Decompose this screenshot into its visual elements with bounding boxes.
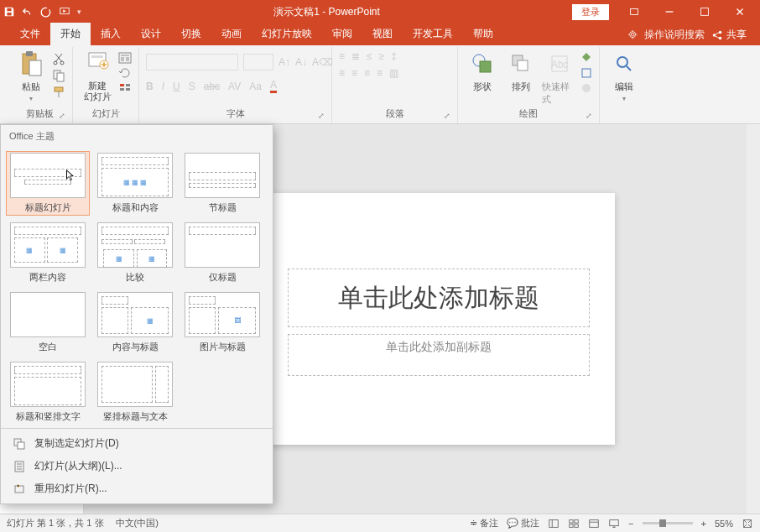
justify-icon[interactable]: ≡ (377, 67, 383, 79)
zoom-slider[interactable] (643, 522, 693, 524)
paste-button[interactable]: 粘贴 ▾ (13, 49, 49, 102)
tab-home[interactable]: 开始 (50, 23, 91, 45)
new-slide-button[interactable]: 新建 幻灯片 (80, 49, 115, 102)
menu-duplicate-slides[interactable]: 复制选定幻灯片(D) (1, 432, 273, 455)
layout-blank[interactable]: 空白 (6, 290, 90, 355)
decrease-font-icon[interactable]: A↓ (295, 56, 307, 68)
character-spacing-icon[interactable]: AV (228, 81, 241, 92)
vertical-scrollbar[interactable] (747, 124, 760, 514)
format-painter-icon[interactable] (52, 86, 65, 99)
layout-title-and-content[interactable]: ▦ ▦ ▦ 标题和内容 (93, 151, 177, 216)
font-launcher-icon[interactable]: ⤢ (318, 112, 325, 120)
layout-title-slide[interactable]: 标题幻灯片 (6, 151, 90, 216)
notes-button[interactable]: ≑ 备注 (470, 517, 498, 529)
numbering-icon[interactable]: ≣ (351, 50, 360, 62)
tab-insert[interactable]: 插入 (91, 23, 131, 45)
svg-rect-43 (570, 524, 573, 527)
layout-vertical-title-text[interactable]: 竖排标题与文本 (93, 360, 177, 425)
maximize-icon[interactable] (688, 2, 721, 22)
underline-button[interactable]: U (173, 81, 180, 92)
reset-icon[interactable] (118, 67, 132, 79)
section-icon[interactable] (118, 82, 132, 94)
comments-button[interactable]: 💬 批注 (507, 517, 539, 529)
close-icon[interactable] (723, 2, 757, 22)
paragraph-launcher-icon[interactable]: ⤢ (444, 112, 450, 120)
tab-developer[interactable]: 开发工具 (403, 23, 463, 45)
layout-content-with-caption[interactable]: ▦ 内容与标题 (93, 290, 177, 355)
zoom-level[interactable]: 55% (715, 519, 733, 529)
login-button[interactable]: 登录 (572, 4, 609, 20)
tab-review[interactable]: 审阅 (322, 23, 362, 45)
copy-icon[interactable] (52, 69, 65, 82)
italic-button[interactable]: I (162, 81, 164, 92)
tab-file[interactable]: 文件 (10, 23, 50, 45)
group-drawing: 形状 排列 Abc 快速样式 绘图⤢ (458, 47, 600, 123)
increase-indent-icon[interactable]: ≥ (379, 50, 385, 62)
slideshow-view-icon[interactable] (608, 518, 620, 529)
subtitle-placeholder[interactable]: 单击此处添加副标题 (288, 334, 590, 376)
start-from-beginning-icon[interactable] (59, 6, 70, 18)
slide[interactable]: 单击此处添加标题 单击此处添加副标题 (263, 193, 615, 445)
reading-view-icon[interactable] (588, 518, 600, 529)
shadow-button[interactable]: S (189, 81, 195, 92)
bold-button[interactable]: B (146, 81, 154, 92)
svg-rect-20 (121, 55, 129, 56)
layout-title-only[interactable]: 仅标题 (180, 221, 264, 285)
shape-fill-icon[interactable] (580, 52, 592, 64)
clipboard-launcher-icon[interactable]: ⤢ (59, 112, 65, 120)
normal-view-icon[interactable] (548, 518, 560, 529)
arrange-button[interactable]: 排列 (503, 49, 539, 93)
align-center-icon[interactable]: ≡ (351, 67, 357, 79)
layout-icon[interactable] (118, 52, 132, 64)
tab-help[interactable]: 帮助 (463, 23, 503, 45)
change-case-icon[interactable]: Aa (249, 81, 262, 92)
zoom-out-button[interactable]: − (628, 519, 633, 529)
editing-button[interactable]: 编辑 ▾ (606, 49, 642, 102)
strikethrough-button[interactable]: abc (204, 81, 220, 92)
slide-counter[interactable]: 幻灯片 第 1 张，共 1 张 (7, 517, 104, 529)
language-status[interactable]: 中文(中国) (116, 517, 159, 529)
undo-icon[interactable] (22, 6, 34, 18)
tab-view[interactable]: 视图 (362, 23, 403, 45)
fit-to-window-icon[interactable] (742, 518, 753, 529)
shape-effects-icon[interactable] (580, 82, 592, 94)
title-placeholder[interactable]: 单击此处添加标题 (288, 269, 590, 327)
drawing-launcher-icon[interactable]: ⤢ (586, 112, 592, 120)
layout-comparison[interactable]: ▦▦ 比较 (93, 221, 177, 285)
quick-styles-button[interactable]: Abc 快速样式 (542, 49, 577, 106)
columns-icon[interactable]: ▥ (389, 67, 398, 79)
tab-slideshow[interactable]: 幻灯片放映 (252, 23, 322, 45)
font-family-combo[interactable] (146, 54, 238, 70)
bullets-icon[interactable]: ≡ (339, 50, 345, 62)
decrease-indent-icon[interactable]: ≤ (367, 50, 372, 62)
redo-icon[interactable] (40, 6, 52, 18)
layout-two-content[interactable]: ▦▦ 两栏内容 (6, 221, 90, 285)
tab-transitions[interactable]: 切换 (171, 23, 211, 45)
qat-dropdown-icon[interactable]: ▾ (77, 8, 81, 16)
align-left-icon[interactable]: ≡ (339, 67, 345, 79)
save-icon[interactable] (3, 6, 15, 18)
ribbon-display-icon[interactable] (617, 2, 651, 22)
align-right-icon[interactable]: ≡ (364, 67, 370, 79)
menu-slides-from-outline[interactable]: 幻灯片(从大纲)(L)... (1, 455, 273, 477)
share-button[interactable]: 共享 (711, 28, 747, 42)
tab-design[interactable]: 设计 (131, 23, 171, 45)
layout-picture-with-caption[interactable]: 🖼 图片与标题 (180, 290, 264, 355)
tell-me-search[interactable]: 操作说明搜索 (627, 28, 705, 42)
zoom-in-button[interactable]: + (701, 519, 706, 529)
font-color-icon[interactable]: A (270, 79, 277, 93)
increase-font-icon[interactable]: A↑ (278, 56, 290, 68)
layout-section-header[interactable]: 节标题 (180, 151, 264, 216)
line-spacing-icon[interactable]: ‡ (391, 50, 397, 62)
shapes-button[interactable]: 形状 (465, 49, 500, 93)
cut-icon[interactable] (52, 52, 65, 65)
menu-reuse-slides[interactable]: 重用幻灯片(R)... (1, 477, 273, 500)
svg-rect-23 (120, 84, 124, 86)
layout-title-vertical-text[interactable]: 标题和竖排文字 (6, 360, 90, 425)
tab-animations[interactable]: 动画 (211, 23, 252, 45)
minimize-icon[interactable] (653, 2, 686, 22)
font-size-combo[interactable] (243, 54, 273, 70)
sorter-view-icon[interactable] (568, 518, 580, 529)
shape-outline-icon[interactable] (580, 67, 592, 79)
clear-formatting-icon[interactable]: A⌫ (312, 56, 333, 68)
